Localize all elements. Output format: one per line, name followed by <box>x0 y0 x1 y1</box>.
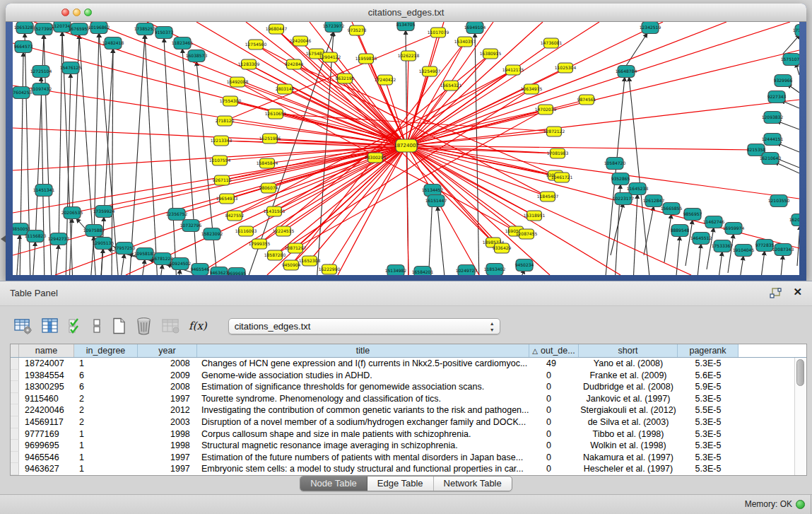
graph-edge-red[interactable] <box>406 146 756 150</box>
table-cell[interactable]: 0 <box>529 393 579 405</box>
node-table[interactable]: namein_degreeyeartitle△out_de...shortpag… <box>10 344 807 476</box>
graph-edge-black[interactable] <box>16 235 20 275</box>
selection-mode-icon[interactable] <box>68 317 83 334</box>
table-row[interactable]: 1938455462009Genome-wide association stu… <box>11 370 794 382</box>
table-body[interactable]: 1872400712008Changes of HCN gene express… <box>11 358 794 475</box>
table-cell[interactable]: Changes of HCN gene expression and I(f) … <box>197 358 529 370</box>
table-cell[interactable]: 2 <box>74 416 138 428</box>
table-cell[interactable]: Corpus callosum shape and size in male p… <box>197 428 529 440</box>
graph-edge-black[interactable] <box>41 77 45 275</box>
column-header-out-degree[interactable]: △out_de... <box>529 344 579 357</box>
graph-edge-black[interactable] <box>780 255 783 275</box>
memory-status-indicator[interactable] <box>796 500 805 509</box>
graph-edge-black[interactable] <box>428 196 433 275</box>
graph-edge-black[interactable] <box>664 214 671 262</box>
table-cell[interactable]: 5.3E-5 <box>678 463 739 475</box>
table-cell[interactable]: 5.9E-5 <box>678 381 739 393</box>
table-cell[interactable]: 2003 <box>138 416 197 428</box>
column-header-short[interactable]: short <box>579 344 678 357</box>
close-panel-icon[interactable]: ✕ <box>793 286 802 298</box>
graph-edge-red[interactable] <box>90 22 406 146</box>
tab-network-table[interactable]: Network Table <box>434 477 512 491</box>
table-row[interactable]: 911546021997Tourette syndrome. Phenomeno… <box>11 393 794 405</box>
graph-edge-black[interactable] <box>633 194 637 275</box>
table-cell[interactable]: 9777169 <box>19 428 74 440</box>
scrollbar-thumb[interactable] <box>796 359 804 386</box>
table-cell[interactable]: 18724007 <box>19 358 74 370</box>
show-column-icon[interactable] <box>41 317 59 334</box>
table-row[interactable]: 969969511998Structural magnetic resonanc… <box>11 440 794 452</box>
graph-edge-black[interactable] <box>182 49 198 275</box>
table-cell[interactable]: Investigating the contribution of common… <box>197 404 529 416</box>
table-cell[interactable]: 49 <box>529 358 579 370</box>
table-cell[interactable]: 1 <box>74 463 138 475</box>
graph-edge-black[interactable] <box>760 251 765 275</box>
table-cell[interactable]: 5.3E-5 <box>678 358 739 370</box>
graph-edge-black[interactable] <box>718 252 722 275</box>
table-cell[interactable]: 2009 <box>138 370 197 382</box>
minimize-window-button[interactable] <box>73 8 81 16</box>
table-cell[interactable]: 0 <box>529 404 579 416</box>
graph-edge-black[interactable] <box>66 74 71 275</box>
graph-edge-red[interactable] <box>275 146 406 255</box>
table-cell[interactable]: Tourette syndrome. Phenomenology and cla… <box>197 393 529 405</box>
network-view-canvas[interactable]: 1065328715273997112073491676595710196862… <box>13 22 799 275</box>
table-cell[interactable]: Embryonic stem cells: a model to study s… <box>197 463 529 475</box>
table-cell[interactable]: 5.3E-5 <box>678 393 739 405</box>
create-column-icon[interactable] <box>111 317 126 334</box>
table-source-select[interactable]: citations_edges.txt ▲▼ <box>228 318 500 334</box>
table-cell[interactable]: de Silva et al. (2003) <box>579 416 678 428</box>
table-cell[interactable]: 2012 <box>138 404 197 416</box>
table-cell[interactable]: 5.5E-5 <box>678 404 739 416</box>
table-row[interactable]: 2242004622012Investigating the contribut… <box>11 404 794 416</box>
table-cell[interactable]: 2 <box>74 404 138 416</box>
row-height-icon[interactable] <box>92 317 102 334</box>
network-graph[interactable]: 1065328715273997112073491676595710196862… <box>13 22 799 275</box>
graph-edge-black[interactable] <box>164 38 177 275</box>
table-row[interactable]: 946554611997Estimation of the future num… <box>11 452 794 464</box>
table-cell[interactable]: 0 <box>529 440 579 452</box>
table-row[interactable]: 946362711997Embryonic stem cells: a mode… <box>11 463 794 475</box>
delete-column-icon[interactable] <box>135 317 153 335</box>
column-header-name[interactable]: name <box>19 344 74 357</box>
graph-edge-red[interactable] <box>406 22 599 146</box>
graph-edge-black[interactable] <box>739 256 743 275</box>
table-cell[interactable]: 14569117 <box>19 416 74 428</box>
table-row[interactable]: 977716911998Corpus callosum shape and si… <box>11 428 794 440</box>
table-cell[interactable]: 1997 <box>138 452 197 464</box>
graph-edge-black[interactable] <box>33 242 35 275</box>
graph-edge-black[interactable] <box>797 226 799 266</box>
graph-edge-black[interactable] <box>697 244 701 275</box>
table-cell[interactable]: 6 <box>74 370 138 382</box>
graph-edge-black[interactable] <box>55 245 59 275</box>
table-cell[interactable]: 0 <box>529 463 579 475</box>
graph-edge-black[interactable] <box>775 162 799 173</box>
table-cell[interactable]: 9115460 <box>19 393 74 405</box>
function-builder-icon[interactable]: f(x) <box>189 320 207 332</box>
table-cell[interactable]: 0 <box>529 428 579 440</box>
table-cell[interactable]: Yano et al. (2008) <box>579 358 678 370</box>
column-header-pagerank[interactable]: pagerank <box>678 344 739 357</box>
column-header-title[interactable]: title <box>197 344 529 357</box>
table-cell[interactable]: Estimation of significance thresholds fo… <box>197 381 529 393</box>
table-cell[interactable]: Hescheler et al. (1997) <box>579 463 678 475</box>
table-cell[interactable]: Estimation of the future numbers of pati… <box>197 452 529 464</box>
west-panel-collapse-icon[interactable] <box>1 235 6 243</box>
column-header-year[interactable]: year <box>138 344 197 357</box>
table-cell[interactable]: 19384554 <box>19 370 74 382</box>
vertical-scrollbar[interactable] <box>794 358 806 475</box>
table-cell[interactable]: 1998 <box>138 428 197 440</box>
graph-edge-black[interactable] <box>178 269 180 275</box>
graph-edge-black[interactable] <box>145 35 158 275</box>
table-cell[interactable]: 5.3E-5 <box>678 428 739 440</box>
table-cell[interactable]: 1 <box>74 452 138 464</box>
table-cell[interactable]: 6 <box>74 381 138 393</box>
table-cell[interactable]: 9463627 <box>19 463 74 475</box>
table-cell[interactable]: 9465546 <box>19 452 74 464</box>
table-cell[interactable]: Disruption of a novel member of a sodium… <box>197 416 529 428</box>
table-cell[interactable]: 9699695 <box>19 440 74 452</box>
table-cell[interactable]: Stergiakouli et al. (2012) <box>579 404 678 416</box>
network-window-titlebar[interactable]: citations_edges.txt <box>6 4 806 22</box>
graph-edge-red[interactable] <box>13 146 406 213</box>
table-cell[interactable]: Genome-wide association studies in ADHD. <box>197 370 529 382</box>
